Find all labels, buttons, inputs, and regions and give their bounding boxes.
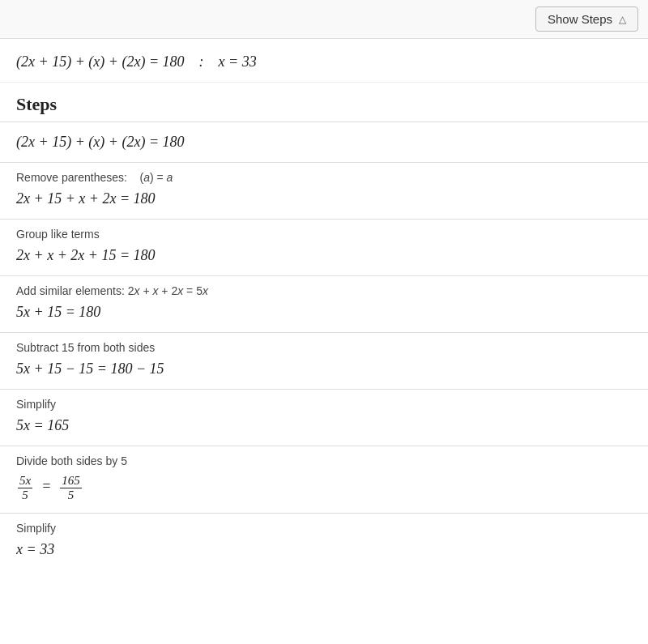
step-subtract-15-eq: 5x + 15 − 15 = 180 − 15	[16, 359, 632, 381]
step-add-similar: Add similar elements: 2x + x + 2x = 5x 5…	[0, 275, 648, 332]
fraction-5x-over-5: 5x 5	[18, 474, 32, 501]
step-simplify-2-desc: Simplify	[16, 522, 632, 535]
step-divide-5-eq: 5x 5 = 165 5	[16, 472, 632, 505]
step-simplify-1: Simplify 5x = 165	[0, 389, 648, 446]
steps-heading: Steps	[0, 83, 648, 122]
step-group-like: Group like terms 2x + x + 2x + 15 = 180	[0, 219, 648, 275]
step-remove-parens-eq: 2x + 15 + x + 2x = 180	[16, 189, 632, 211]
step-initial-equation: (2x + 15) + (x) + (2x) = 180	[16, 132, 632, 154]
step-simplify-1-eq: 5x = 165	[16, 416, 632, 437]
step-remove-parens: Remove parentheses: (a) = a 2x + 15 + x …	[0, 162, 648, 219]
step-add-similar-desc: Add similar elements: 2x + x + 2x = 5x	[16, 284, 632, 297]
step-group-like-eq: 2x + x + 2x + 15 = 180	[16, 245, 632, 267]
main-equation: (2x + 15) + (x) + (2x) = 180 : x = 33	[0, 39, 648, 83]
step-remove-parens-desc: Remove parentheses: (a) = a	[16, 171, 632, 184]
chevron-icon: △	[619, 14, 626, 25]
step-initial: (2x + 15) + (x) + (2x) = 180	[0, 122, 648, 162]
step-simplify-2-eq: x = 33	[16, 540, 632, 561]
step-simplify-2: Simplify x = 33	[0, 513, 648, 569]
fraction-165-over-5: 165 5	[60, 474, 82, 501]
top-bar: Show Steps △	[0, 0, 648, 39]
step-subtract-15: Subtract 15 from both sides 5x + 15 − 15…	[0, 332, 648, 389]
step-add-similar-eq: 5x + 15 = 180	[16, 302, 632, 324]
step-divide-5-desc: Divide both sides by 5	[16, 454, 632, 467]
step-divide-5: Divide both sides by 5 5x 5 = 165 5	[0, 446, 648, 513]
step-group-like-desc: Group like terms	[16, 228, 632, 241]
step-simplify-1-desc: Simplify	[16, 398, 632, 411]
show-steps-button[interactable]: Show Steps △	[535, 6, 638, 32]
step-subtract-15-desc: Subtract 15 from both sides	[16, 341, 632, 354]
show-steps-label: Show Steps	[548, 12, 612, 26]
